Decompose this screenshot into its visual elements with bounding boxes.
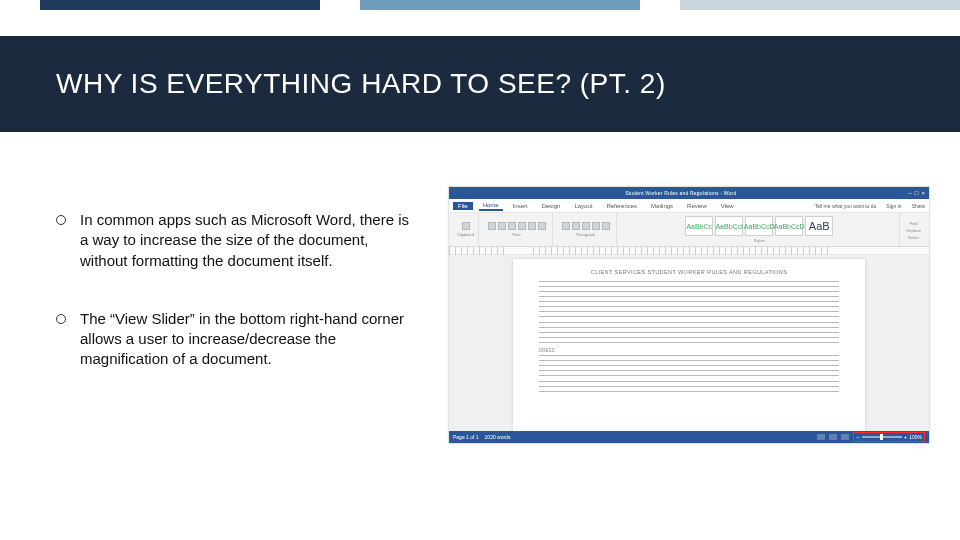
view-mode-icon	[817, 434, 825, 440]
word-ribbon: Clipboard Font Paragraph AaBbCc AaBbCcI …	[449, 213, 929, 247]
menu-tab-review: Review	[683, 202, 711, 210]
accent-strip	[0, 0, 960, 10]
style-sample: AaBbCcD	[775, 216, 803, 236]
word-document-area: CLIENT SERVICES STUDENT WORKER RULES AND…	[449, 255, 929, 431]
zoom-thumb	[880, 434, 883, 440]
file-tab: File	[453, 202, 473, 210]
style-sample: AaBbCc	[685, 216, 713, 236]
share-label: Share	[912, 203, 925, 209]
view-mode-icon	[841, 434, 849, 440]
zoom-out-icon: −	[856, 434, 860, 440]
bullet-text: The “View Slider” in the bottom right-ha…	[80, 309, 410, 370]
style-sample: AaBbCcI	[715, 216, 743, 236]
title-band: WHY IS EVERYTHING HARD TO SEE? (PT. 2)	[0, 36, 960, 132]
close-icon: ×	[921, 190, 925, 196]
window-controls: – □ ×	[909, 190, 925, 196]
bullet-list: In common apps such as Microsoft Word, t…	[0, 170, 430, 510]
menu-tab-home: Home	[479, 201, 503, 211]
status-page: Page 1 of 1	[453, 434, 479, 440]
ribbon-group-paragraph: Paragraph	[555, 213, 617, 246]
word-screenshot: Student Worker Rules and Regulations - W…	[448, 186, 930, 444]
tell-me-box: Tell me what you want to do	[815, 203, 877, 209]
zoom-percent: 100%	[909, 434, 922, 440]
bullet-item: The “View Slider” in the bottom right-ha…	[56, 309, 410, 370]
style-sample: AaBbCcD	[745, 216, 773, 236]
bullet-marker-icon	[56, 314, 66, 324]
word-titlebar: Student Worker Rules and Regulations - W…	[449, 187, 929, 199]
view-mode-icon	[829, 434, 837, 440]
ribbon-group-styles: AaBbCc AaBbCcI AaBbCcD AaBbCcD AaB Style…	[619, 213, 900, 246]
document-section-label: DRESS:	[539, 348, 839, 353]
word-statusbar: Page 1 of 1 1020 words − + 100%	[449, 431, 929, 443]
paste-icon	[462, 222, 470, 230]
style-sample: AaB	[805, 216, 833, 236]
zoom-in-icon: +	[904, 434, 908, 440]
maximize-icon: □	[915, 190, 919, 196]
word-window-title: Student Worker Rules and Regulations - W…	[625, 190, 736, 196]
minimize-icon: –	[909, 190, 912, 196]
menu-tab-insert: Insert	[509, 202, 532, 210]
ribbon-group-clipboard: Clipboard	[453, 213, 479, 246]
bullet-text: In common apps such as Microsoft Word, t…	[80, 210, 410, 271]
menu-tab-mailings: Mailings	[647, 202, 677, 210]
zoom-track	[862, 436, 902, 438]
menu-tab-layout: Layout	[570, 202, 596, 210]
menu-tab-design: Design	[538, 202, 565, 210]
bullet-item: In common apps such as Microsoft Word, t…	[56, 210, 410, 271]
slide: WHY IS EVERYTHING HARD TO SEE? (PT. 2) I…	[0, 0, 960, 540]
word-page: CLIENT SERVICES STUDENT WORKER RULES AND…	[513, 259, 865, 431]
ribbon-group-editing: Find Replace Select	[902, 213, 925, 246]
sign-in-label: Sign in	[886, 203, 901, 209]
zoom-slider-highlight: − + 100%	[853, 432, 925, 442]
menu-tab-view: View	[717, 202, 738, 210]
slide-title: WHY IS EVERYTHING HARD TO SEE? (PT. 2)	[56, 68, 666, 100]
ribbon-group-font: Font	[481, 213, 553, 246]
word-ruler	[449, 247, 929, 255]
word-menubar: File Home Insert Design Layout Reference…	[449, 199, 929, 213]
bullet-marker-icon	[56, 215, 66, 225]
menu-tab-references: References	[602, 202, 641, 210]
document-heading: CLIENT SERVICES STUDENT WORKER RULES AND…	[539, 269, 839, 275]
status-words: 1020 words	[485, 434, 511, 440]
